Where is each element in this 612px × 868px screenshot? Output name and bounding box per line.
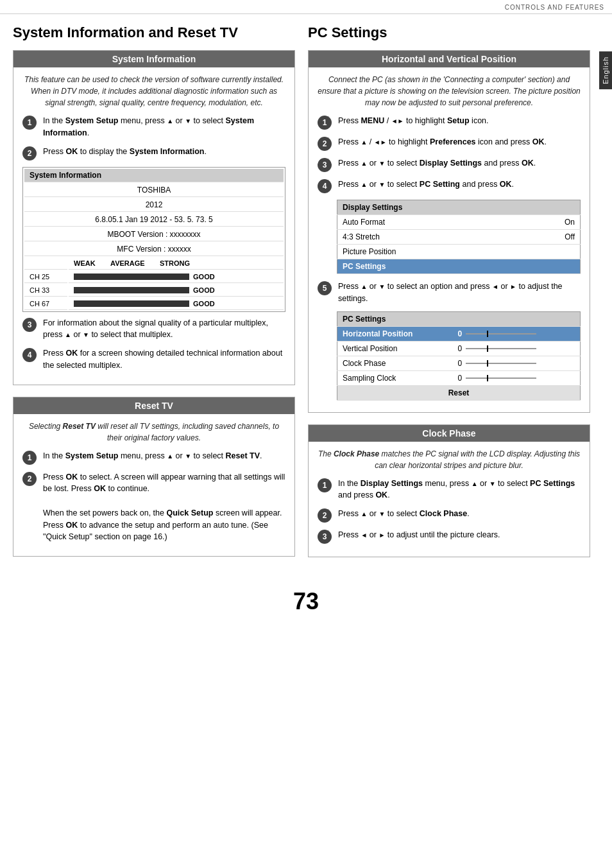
reset-step-num-1: 1 [22,451,37,465]
reset-step-num-2: 2 [22,472,37,486]
info-row-1: 2012 [24,198,284,212]
cp-step-1: 1 In the Display Settings menu, press or… [318,478,581,502]
left-section-title: System Information and Reset TV [13,24,295,41]
ds-row-1-label: Auto Format [337,215,521,230]
info-row-3: MBOOT Version : xxxxxxxx [24,228,284,241]
horiz-vert-header: Horizontal and Vertical Position [309,51,590,67]
ps-row-4-label: Sampling Clock [337,370,453,385]
info-row-0: TOSHIBA [24,184,284,197]
cp-step-num-1: 1 [318,478,332,492]
clock-phase-desc: The Clock Phase matches the PC signal wi… [318,448,581,471]
step-num-2: 2 [22,146,37,161]
pc-settings-table: PC Settings Horizontal Position 0 [337,311,581,401]
ps-reset-label: Reset [337,385,581,400]
system-info-step-4: 4 Press OK for a screen showing detailed… [22,347,285,372]
reset-tv-step-2: 2 Press OK to select. A screen will appe… [22,471,285,544]
ds-row-1-value: On [520,215,580,230]
hv-step-num-1: 1 [318,116,332,130]
cp-step-num-3: 3 [318,530,332,544]
hv-step-text-1: Press MENU / to highlight Setup icon. [338,115,489,127]
cp-step-text-2: Press or to select Clock Phase. [338,508,470,520]
reset-step-text-2: Press OK to select. A screen will appear… [43,471,285,544]
side-tab-label: English [602,56,609,84]
signal-empty [24,257,67,270]
system-info-box: System Information This feature can be u… [13,50,295,385]
reset-tv-box: Reset TV Selecting Reset TV will reset a… [13,397,295,557]
system-info-step-3: 3 For information about the signal quali… [22,317,285,342]
display-settings-table: Display Settings Auto Format On 4:3 Stre… [337,200,581,274]
right-column: PC Settings Horizontal and Vertical Posi… [308,21,590,569]
ds-row-3-label: Picture Position [337,245,521,259]
left-column: System Information and Reset TV System I… [13,21,295,569]
hv-step-num-3: 3 [318,158,332,172]
hv-step-5: 5 Press or to select an option and press… [318,281,581,305]
cp-step-3: 3 Press or to adjust until the picture c… [318,529,581,544]
reset-tv-desc: Selecting Reset TV will reset all TV set… [22,421,285,444]
hv-step-num-5: 5 [318,281,332,295]
step-num-1: 1 [22,116,37,130]
info-table-title: System Information [24,169,284,182]
ds-row-4-label: PC Settings [337,259,521,274]
reset-tv-step-1: 1 In the System Setup menu, press or to … [22,450,285,465]
hv-step-2: 2 Press / to highlight Preferences icon … [318,136,581,151]
ch25-label: CH 25 [24,271,67,283]
ps-row-3-label: Clock Phase [337,356,453,370]
system-info-table: System Information TOSHIBA 2012 6.8.05.1… [22,167,285,312]
step-text-4: Press OK for a screen showing detailed t… [43,347,285,372]
system-info-desc: This feature can be used to check the ve… [22,74,285,108]
top-bar: CONTROLS AND FEATURES [0,0,612,14]
clock-phase-body: The Clock Phase matches the PC signal wi… [309,442,590,557]
cp-step-num-2: 2 [318,508,332,523]
hv-step-num-2: 2 [318,137,332,151]
hv-step-4: 4 Press or to select PC Setting and pres… [318,178,581,193]
right-section-title: PC Settings [308,24,590,41]
ps-row-2-label: Vertical Position [337,341,453,356]
hv-step-text-3: Press or to select Display Settings and … [338,157,536,169]
cp-step-text-3: Press or to adjust until the picture cle… [338,529,500,541]
ds-table-header: Display Settings [337,200,581,215]
info-row-2: 6.8.05.1 Jan 19 2012 - 53. 5. 73. 5 [24,213,284,227]
system-info-header: System Information [13,51,294,67]
step-num-3: 3 [22,318,37,332]
horiz-vert-box: Horizontal and Vertical Position Connect… [308,50,590,413]
ds-row-2-value: Off [520,230,580,245]
system-info-step-1: 1 In the System Setup menu, press or to … [22,115,285,139]
step-num-4: 4 [22,348,37,362]
system-info-body: This feature can be used to check the ve… [13,67,294,385]
info-row-4: MFC Version : xxxxxx [24,243,284,256]
hv-step-num-4: 4 [318,179,332,193]
ds-row-2-label: 4:3 Stretch [337,230,521,245]
ch67-bar: GOOD [69,298,284,310]
hv-step-text-2: Press / to highlight Preferences icon an… [338,136,547,148]
cp-step-text-1: In the Display Settings menu, press or t… [338,478,581,502]
ps-table-header: PC Settings [337,311,581,326]
page-number: 73 [0,588,612,615]
reset-tv-header: Reset TV [13,397,294,414]
ps-row-3-value: 0 [452,356,580,370]
ch33-label: CH 33 [24,284,67,297]
hv-step-text-4: Press or to select PC Setting and press … [338,178,514,191]
hv-step-text-5: Press or to select an option and press o… [338,281,581,305]
hv-step-1: 1 Press MENU / to highlight Setup icon. [318,115,581,130]
ds-row-3-value [520,245,580,259]
ps-row-1-label: Horizontal Position [337,326,453,341]
ch25-bar: GOOD [69,271,284,283]
reset-tv-body: Selecting Reset TV will reset all TV set… [13,414,294,557]
system-info-step-2: 2 Press OK to display the System Informa… [22,146,285,161]
top-bar-label: CONTROLS AND FEATURES [505,4,604,11]
clock-phase-box: Clock Phase The Clock Phase matches the … [308,424,590,558]
ps-row-2-value: 0 [452,341,580,356]
ds-row-4-value [520,259,580,274]
horiz-vert-desc: Connect the PC (as shown in the 'Connect… [318,74,581,108]
ch33-bar: GOOD [69,284,284,297]
ch67-label: CH 67 [24,298,67,310]
step-text-1: In the System Setup menu, press or to se… [43,115,285,139]
step-text-3: For information about the signal quality… [43,317,285,342]
ps-row-1-value: 0 [452,326,580,341]
signal-labels: WEAK AVERAGE STRONG [69,257,284,270]
side-tab: English [599,51,612,89]
hv-step-3: 3 Press or to select Display Settings an… [318,157,581,172]
reset-step-text-1: In the System Setup menu, press or to se… [43,450,262,462]
horiz-vert-body: Connect the PC (as shown in the 'Connect… [309,67,590,412]
cp-step-2: 2 Press or to select Clock Phase. [318,508,581,523]
